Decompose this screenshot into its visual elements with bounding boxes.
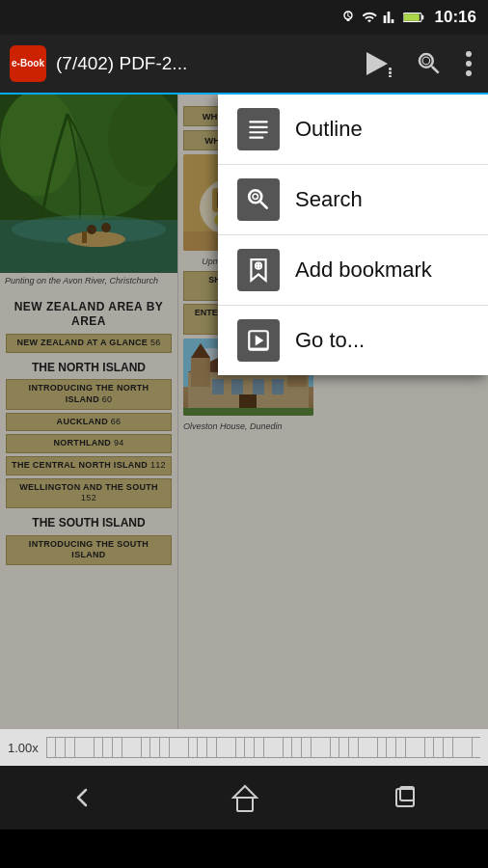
- play-icon: [363, 50, 393, 77]
- menu-item-goto[interactable]: Go to...: [218, 306, 488, 375]
- svg-rect-6: [389, 75, 392, 77]
- search-icon: [246, 187, 271, 212]
- svg-rect-64: [249, 137, 263, 139]
- search-label: Search: [295, 187, 363, 212]
- svg-point-8: [466, 51, 472, 57]
- ruler-area: [46, 737, 480, 758]
- recents-button[interactable]: [373, 773, 441, 822]
- svg-rect-5: [389, 71, 392, 74]
- svg-rect-62: [249, 126, 268, 128]
- outline-label: Outline: [295, 117, 363, 142]
- ruler-bar: 1.00x: [0, 729, 488, 766]
- svg-marker-3: [366, 52, 388, 75]
- app-logo: e-Book: [10, 45, 46, 82]
- svg-line-66: [260, 202, 267, 208]
- app-title: (7/402) PDF-2...: [56, 53, 347, 74]
- menu-item-add-bookmark[interactable]: Add bookmark: [218, 235, 488, 306]
- goto-icon: [246, 328, 271, 353]
- svg-point-67: [253, 194, 258, 199]
- svg-rect-1: [421, 15, 423, 19]
- status-time: 10:16: [435, 8, 476, 27]
- battery-icon: [403, 11, 424, 24]
- main-content: Punting on the Avon River, Christchurch …: [0, 95, 488, 729]
- search-button[interactable]: [409, 43, 449, 84]
- svg-point-10: [466, 70, 472, 76]
- zoom-label: 1.00x: [0, 741, 46, 755]
- alarm-icon: [340, 10, 356, 25]
- outline-icon-box: [237, 108, 280, 150]
- play-button[interactable]: [357, 44, 399, 83]
- dropdown-menu: Outline Search: [218, 95, 488, 375]
- back-button[interactable]: [47, 773, 117, 823]
- svg-point-7: [422, 57, 430, 65]
- svg-rect-2: [403, 14, 419, 20]
- svg-rect-61: [249, 121, 268, 122]
- signal-icon: [383, 10, 398, 25]
- add-bookmark-label: Add bookmark: [295, 258, 432, 283]
- bookmark-icon-box: [237, 249, 280, 291]
- bookmark-icon: [246, 258, 271, 283]
- status-bar: 10:16: [0, 0, 488, 35]
- overflow-menu-icon: [465, 50, 473, 77]
- goto-label: Go to...: [295, 328, 365, 353]
- svg-rect-76: [237, 798, 253, 811]
- search-mag-icon: [415, 49, 444, 78]
- wifi-icon: [361, 10, 378, 25]
- svg-rect-78: [396, 789, 414, 806]
- home-icon: [230, 782, 260, 813]
- app-bar: e-Book (7/402) PDF-2...: [0, 35, 488, 95]
- back-icon: [67, 782, 97, 813]
- recents-icon: [393, 783, 421, 812]
- svg-point-9: [466, 61, 472, 67]
- list-icon: [246, 117, 271, 142]
- search-icon-box: [237, 178, 280, 221]
- more-button[interactable]: [459, 44, 478, 83]
- status-icons: 10:16: [340, 8, 476, 27]
- menu-item-outline[interactable]: Outline: [218, 95, 488, 165]
- book-page: Punting on the Avon River, Christchurch …: [0, 95, 488, 729]
- svg-rect-4: [389, 68, 392, 70]
- svg-rect-63: [249, 131, 268, 133]
- svg-marker-77: [233, 786, 257, 798]
- home-button[interactable]: [210, 773, 280, 823]
- nav-bar: [0, 766, 488, 829]
- goto-icon-box: [237, 319, 280, 362]
- menu-item-search[interactable]: Search: [218, 165, 488, 235]
- svg-marker-73: [256, 336, 264, 346]
